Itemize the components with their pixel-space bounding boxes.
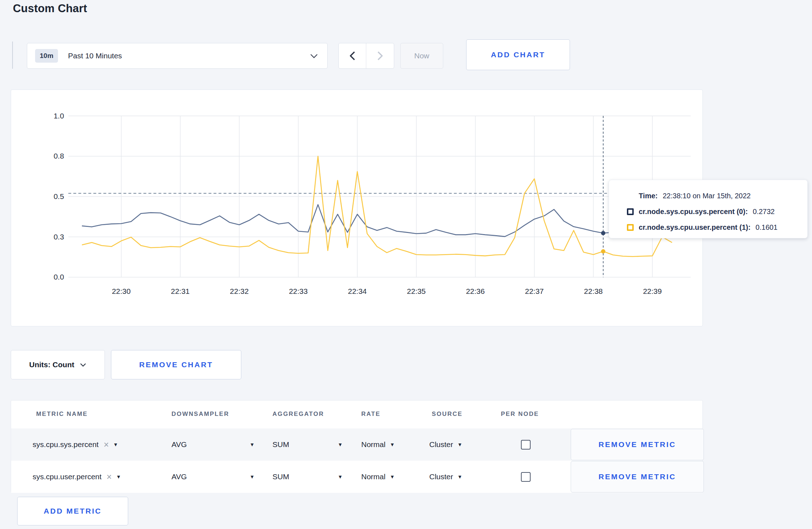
time-range-badge: 10m: [35, 49, 58, 63]
next-window-button[interactable]: [366, 43, 394, 68]
source-select[interactable]: Cluster ▼: [429, 440, 479, 449]
add-chart-button[interactable]: ADD CHART: [466, 39, 570, 70]
chevron-down-icon: [80, 363, 86, 367]
time-range-label: Past 10 Minutes: [68, 52, 122, 60]
aggregator-select[interactable]: SUM ▼: [272, 472, 343, 481]
tooltip-series-name: cr.node.sys.cpu.user.percent (1):: [639, 223, 750, 232]
series-swatch-user: [627, 224, 634, 231]
metrics-table: METRIC NAME DOWNSAMPLER AGGREGATOR RATE …: [11, 400, 703, 492]
caret-down-icon: ▼: [390, 442, 395, 447]
tooltip-series-row: cr.node.sys.cpu.user.percent (1): 0.1601: [627, 219, 807, 235]
units-dropdown[interactable]: Units: Count: [11, 350, 105, 379]
svg-text:22:32: 22:32: [230, 287, 248, 295]
svg-text:22:31: 22:31: [171, 287, 189, 295]
time-window-pager: [338, 43, 394, 69]
chevron-left-icon: [350, 51, 355, 60]
prev-window-button[interactable]: [339, 43, 366, 68]
time-range-dropdown[interactable]: 10m Past 10 Minutes: [27, 43, 328, 69]
table-row: sys.cpu.user.percent × ▼ AVG ▼ SUM ▼ Nor…: [11, 461, 702, 493]
chart-tooltip: Time: 22:38:10 on Mar 15th, 2022 cr.node…: [609, 180, 808, 238]
remove-metric-button[interactable]: REMOVE METRIC: [571, 461, 704, 492]
caret-down-icon: ▼: [338, 442, 343, 447]
svg-text:22:36: 22:36: [466, 287, 484, 295]
per-node-checkbox[interactable]: [521, 472, 531, 482]
svg-text:0.8: 0.8: [54, 152, 64, 160]
caret-down-icon: ▼: [458, 474, 463, 480]
svg-text:22:34: 22:34: [348, 287, 367, 295]
svg-text:22:38: 22:38: [584, 287, 603, 295]
clear-metric-icon[interactable]: ×: [103, 440, 109, 450]
tooltip-time-label: Time:: [639, 192, 658, 200]
tooltip-time-row: Time: 22:38:10 on Mar 15th, 2022: [627, 188, 807, 204]
caret-down-icon: ▼: [250, 442, 255, 447]
toolbar-divider: [12, 42, 13, 69]
clear-metric-icon[interactable]: ×: [107, 472, 112, 482]
chevron-down-icon: [310, 54, 318, 58]
units-label: Units: Count: [29, 360, 74, 369]
downsampler-select[interactable]: AVG ▼: [171, 472, 255, 481]
caret-down-icon: ▼: [338, 474, 343, 480]
caret-down-icon: ▼: [116, 474, 121, 480]
remove-metric-button[interactable]: REMOVE METRIC: [571, 429, 704, 460]
rate-select[interactable]: Normal ▼: [361, 472, 408, 481]
timeseries-chart[interactable]: 0.00.30.50.81.022:3022:3122:3222:3322:34…: [11, 90, 702, 326]
add-metric-button[interactable]: ADD METRIC: [17, 497, 128, 525]
caret-down-icon: ▼: [458, 442, 463, 447]
downsampler-select[interactable]: AVG ▼: [171, 440, 255, 449]
source-select[interactable]: Cluster ▼: [429, 472, 479, 481]
tooltip-series-value: 0.1601: [755, 223, 777, 232]
now-button[interactable]: Now: [400, 43, 443, 69]
header-aggregator: AGGREGATOR: [272, 411, 324, 418]
caret-down-icon: ▼: [390, 474, 395, 480]
svg-text:22:37: 22:37: [525, 287, 543, 295]
tooltip-series-value: 0.2732: [753, 208, 775, 216]
table-row: sys.cpu.sys.percent × ▼ AVG ▼ SUM ▼ Norm…: [11, 428, 702, 461]
caret-down-icon: ▼: [113, 442, 118, 447]
svg-text:0.5: 0.5: [54, 192, 64, 200]
caret-down-icon: ▼: [250, 474, 255, 480]
header-downsampler: DOWNSAMPLER: [171, 411, 229, 418]
svg-text:1.0: 1.0: [54, 112, 64, 120]
metric-name-select[interactable]: sys.cpu.user.percent × ▼: [33, 472, 154, 482]
svg-text:22:30: 22:30: [112, 287, 130, 295]
svg-text:0.0: 0.0: [54, 273, 64, 281]
svg-text:22:39: 22:39: [643, 287, 662, 295]
header-rate: RATE: [361, 411, 381, 418]
svg-text:0.3: 0.3: [54, 233, 64, 241]
svg-text:22:33: 22:33: [289, 287, 308, 295]
tooltip-series-row: cr.node.sys.cpu.sys.percent (0): 0.2732: [627, 204, 807, 219]
remove-chart-button[interactable]: REMOVE CHART: [111, 350, 241, 379]
header-source: SOURCE: [432, 411, 463, 418]
chevron-right-icon: [377, 51, 383, 60]
rate-select[interactable]: Normal ▼: [361, 440, 408, 449]
page-title: Custom Chart: [13, 2, 87, 15]
svg-text:22:35: 22:35: [407, 287, 426, 295]
tooltip-time-value: 22:38:10 on Mar 15th, 2022: [663, 192, 751, 200]
chart-panel: 0.00.30.50.81.022:3022:3122:3222:3322:34…: [11, 89, 703, 326]
header-metric-name: METRIC NAME: [36, 411, 88, 418]
metrics-table-header: METRIC NAME DOWNSAMPLER AGGREGATOR RATE …: [11, 401, 702, 428]
metric-name-select[interactable]: sys.cpu.sys.percent × ▼: [33, 440, 154, 450]
series-swatch-sys: [627, 208, 634, 215]
aggregator-select[interactable]: SUM ▼: [272, 440, 343, 449]
per-node-checkbox[interactable]: [521, 440, 531, 450]
tooltip-series-name: cr.node.sys.cpu.sys.percent (0):: [639, 208, 748, 216]
header-per-node: PER NODE: [501, 411, 539, 418]
